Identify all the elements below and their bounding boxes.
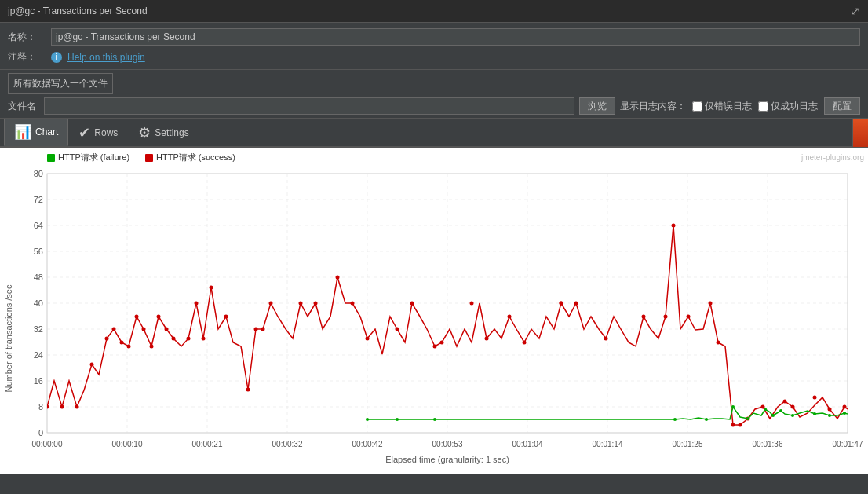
svg-point-110 (779, 409, 782, 412)
svg-point-70 (314, 302, 318, 306)
file-group-label: 所有数据写入一个文件 (13, 78, 108, 89)
tabs-bar: 📊 Chart ✔ Rows ⚙ Settings (0, 119, 868, 148)
svg-point-91 (717, 341, 720, 345)
name-input[interactable] (51, 28, 860, 46)
chart-svg: Number of transactions /sec (0, 166, 868, 472)
y-axis: 0 8 16 24 32 40 48 56 64 72 80 (34, 169, 43, 437)
svg-point-81 (523, 341, 527, 345)
svg-point-62 (202, 337, 206, 341)
svg-text:00:01:14: 00:01:14 (593, 440, 623, 448)
svg-text:00:01:47: 00:01:47 (833, 440, 863, 448)
watermark: jmeter-plugins.org (801, 153, 864, 162)
svg-point-97 (791, 405, 795, 409)
svg-point-47 (60, 405, 64, 409)
svg-point-88 (672, 224, 676, 228)
svg-text:8: 8 (38, 402, 43, 412)
svg-point-46 (46, 405, 49, 409)
config-button[interactable]: 配置 (824, 97, 860, 115)
svg-point-83 (560, 302, 563, 306)
svg-point-60 (187, 337, 191, 341)
svg-point-84 (574, 302, 578, 306)
svg-point-49 (90, 363, 94, 367)
file-path-input[interactable] (44, 97, 574, 115)
expand-icon[interactable]: ⤢ (851, 5, 860, 17)
svg-point-113 (828, 414, 831, 417)
svg-point-99 (828, 408, 832, 412)
svg-text:56: 56 (34, 247, 43, 256)
error-log-checkbox-label[interactable]: 仅错误日志 (692, 100, 752, 113)
svg-point-69 (299, 302, 303, 306)
chart-tab-label: Chart (35, 126, 58, 137)
svg-point-105 (705, 418, 708, 421)
title-bar: jp@gc - Transactions per Second ⤢ (0, 0, 868, 23)
svg-text:0: 0 (38, 428, 43, 437)
success-log-label: 仅成功日志 (771, 100, 818, 113)
svg-point-54 (135, 315, 139, 319)
svg-point-63 (210, 286, 213, 290)
svg-point-106 (731, 405, 735, 408)
svg-text:00:00:00: 00:00:00 (32, 440, 63, 448)
svg-point-107 (746, 417, 749, 420)
svg-point-48 (75, 405, 79, 409)
svg-point-67 (261, 328, 265, 331)
svg-point-96 (783, 400, 787, 404)
svg-point-108 (764, 408, 767, 411)
legend-dot-failure (47, 154, 55, 162)
info-icon: i (51, 52, 62, 63)
legend-failure: HTTP请求 (failure) (47, 152, 129, 163)
svg-text:24: 24 (34, 350, 43, 360)
svg-text:40: 40 (34, 298, 43, 308)
svg-point-55 (142, 328, 146, 331)
rows-tab-label: Rows (94, 127, 118, 138)
svg-point-51 (112, 328, 116, 331)
name-label: 名称： (8, 31, 51, 44)
comment-label: 注释： (8, 50, 51, 64)
success-log-checkbox-label[interactable]: 仅成功日志 (758, 100, 818, 113)
svg-point-104 (673, 418, 677, 421)
tab-settings[interactable]: ⚙ Settings (128, 119, 199, 146)
help-link[interactable]: Help on this plugin (67, 52, 145, 63)
svg-text:00:00:10: 00:00:10 (112, 440, 143, 448)
svg-text:80: 80 (34, 169, 43, 178)
window-title: jp@gc - Transactions per Second (8, 5, 148, 16)
svg-point-89 (687, 315, 691, 319)
success-log-checkbox[interactable] (758, 101, 768, 112)
svg-text:16: 16 (34, 376, 43, 386)
svg-text:48: 48 (34, 273, 43, 282)
svg-text:00:01:36: 00:01:36 (753, 440, 783, 448)
browse-button[interactable]: 浏览 (579, 97, 615, 115)
svg-point-56 (150, 345, 154, 349)
svg-point-59 (172, 337, 176, 341)
svg-point-90 (709, 302, 713, 306)
svg-point-85 (604, 337, 608, 341)
svg-point-101 (366, 418, 369, 421)
tab-rows[interactable]: ✔ Rows (68, 119, 128, 146)
legend-success-label: HTTP请求 (success) (156, 152, 235, 163)
legend-success: HTTP请求 (success) (145, 152, 235, 163)
svg-point-75 (410, 302, 414, 306)
error-log-label: 仅错误日志 (705, 100, 752, 113)
svg-point-64 (224, 315, 228, 319)
svg-point-79 (485, 337, 489, 341)
svg-text:00:00:32: 00:00:32 (272, 440, 303, 448)
svg-point-87 (664, 315, 668, 319)
legend-failure-label: HTTP请求 (failure) (58, 152, 129, 163)
svg-point-50 (105, 337, 109, 341)
svg-point-77 (440, 341, 444, 345)
x-axis: 00:00:00 00:00:10 00:00:21 00:00:32 00:0… (32, 440, 863, 448)
svg-point-78 (470, 302, 474, 306)
svg-point-52 (120, 341, 124, 345)
svg-point-74 (396, 328, 399, 331)
chart-legend: HTTP请求 (failure) HTTP请求 (success) jmeter… (0, 148, 868, 166)
svg-point-92 (731, 423, 735, 427)
svg-point-100 (843, 405, 847, 409)
svg-point-65 (246, 388, 250, 392)
svg-point-68 (269, 302, 273, 306)
name-section: 名称： 注释： i Help on this plugin (0, 23, 868, 70)
svg-point-102 (396, 418, 399, 421)
x-axis-label: Elapsed time (granularity: 1 sec) (385, 455, 509, 464)
tab-chart[interactable]: 📊 Chart (4, 119, 68, 146)
file-section: 所有数据写入一个文件 文件名 浏览 显示日志内容： 仅错误日志 仅成功日志 配置 (0, 70, 868, 119)
log-options: 显示日志内容： 仅错误日志 仅成功日志 配置 (620, 97, 860, 115)
error-log-checkbox[interactable] (692, 101, 702, 112)
